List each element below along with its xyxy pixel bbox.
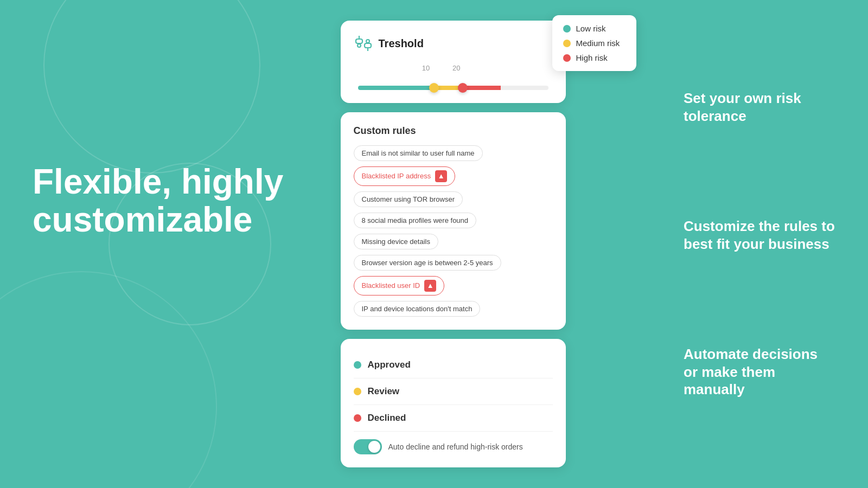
rule-tag-blacklisted-user[interactable]: Blacklisted user ID ▲ bbox=[354, 276, 445, 296]
declined-dot bbox=[354, 414, 361, 422]
high-risk-label: High risk bbox=[576, 53, 608, 62]
auto-decline-toggle[interactable] bbox=[354, 439, 382, 454]
decision-review: Review bbox=[354, 378, 553, 405]
high-risk-dot bbox=[563, 54, 571, 62]
desc-decisions: Automate decisions or make them manually bbox=[684, 345, 835, 399]
warn-icon-blacklisted-ip: ▲ bbox=[435, 170, 447, 182]
custom-rules-title: Custom rules bbox=[354, 125, 553, 137]
rule-tag-missing-device[interactable]: Missing device details bbox=[354, 234, 438, 249]
cards-container: Treshold 10 20 Low risk Medium risk High bbox=[336, 0, 570, 488]
slider-label-10: 10 bbox=[422, 64, 430, 72]
threshold-icon bbox=[354, 34, 373, 53]
right-descriptions: Set your own risk tolerance Customize th… bbox=[684, 0, 835, 488]
decision-approved: Approved bbox=[354, 352, 553, 378]
slider-thumb-low-medium[interactable] bbox=[429, 83, 439, 93]
toggle-row: Auto decline and refund high-risk orders bbox=[354, 432, 553, 454]
desc-rules: Customize the rules to best fit your bus… bbox=[684, 217, 835, 253]
rule-tag-ip-device-location[interactable]: IP and device locations don't match bbox=[354, 301, 481, 317]
toggle-label: Auto decline and refund high-risk orders bbox=[388, 442, 523, 451]
declined-label: Declined bbox=[368, 413, 406, 423]
risk-legend-high: High risk bbox=[563, 53, 626, 62]
low-risk-dot bbox=[563, 25, 571, 33]
svg-point-2 bbox=[358, 44, 361, 47]
rules-row-2: Customer using TOR browser 8 social medi… bbox=[354, 191, 553, 228]
decision-declined: Declined bbox=[354, 405, 553, 432]
slider-thumb-medium-high[interactable] bbox=[458, 83, 468, 93]
review-dot bbox=[354, 388, 361, 395]
main-headline: Flexible, highly customizable bbox=[33, 163, 315, 239]
risk-legend-popup: Low risk Medium risk High risk bbox=[552, 15, 636, 71]
review-label: Review bbox=[368, 386, 400, 397]
left-section: Flexible, highly customizable bbox=[33, 163, 315, 239]
rule-tag-email[interactable]: Email is not similar to user full name bbox=[354, 145, 483, 161]
custom-rules-card: Custom rules Email is not similar to use… bbox=[341, 112, 566, 330]
rules-row-3: Missing device details Browser version a… bbox=[354, 234, 553, 271]
desc-threshold: Set your own risk tolerance bbox=[684, 89, 835, 125]
bg-decoration-circle-3 bbox=[0, 271, 217, 488]
rules-row-4: Blacklisted user ID ▲ IP and device loca… bbox=[354, 276, 553, 317]
toggle-knob bbox=[368, 441, 380, 453]
threshold-header: Treshold bbox=[354, 34, 553, 53]
slider-track[interactable] bbox=[358, 86, 548, 90]
risk-legend-low: Low risk bbox=[563, 24, 626, 33]
rule-tag-browser-version[interactable]: Browser version age is between 2-5 years bbox=[354, 255, 501, 271]
threshold-card: Treshold 10 20 Low risk Medium risk High bbox=[341, 21, 566, 103]
approved-label: Approved bbox=[368, 359, 411, 370]
svg-rect-1 bbox=[365, 43, 371, 48]
decisions-card: Approved Review Declined Auto decline an… bbox=[341, 339, 566, 467]
risk-legend-medium: Medium risk bbox=[563, 38, 626, 48]
svg-rect-0 bbox=[356, 39, 362, 43]
rules-grid: Email is not similar to user full name B… bbox=[354, 145, 553, 317]
rule-tag-social-media[interactable]: 8 social media profiles were found bbox=[354, 213, 477, 228]
rules-row-1: Email is not similar to user full name B… bbox=[354, 145, 553, 186]
svg-point-3 bbox=[366, 40, 369, 43]
approved-dot bbox=[354, 361, 361, 369]
slider-label-20: 20 bbox=[452, 64, 460, 72]
low-risk-label: Low risk bbox=[576, 24, 606, 33]
medium-risk-dot bbox=[563, 40, 571, 47]
medium-risk-label: Medium risk bbox=[576, 38, 620, 48]
bg-decoration-circle-1 bbox=[43, 0, 260, 174]
warn-icon-blacklisted-user: ▲ bbox=[424, 280, 436, 292]
rule-tag-blacklisted-ip[interactable]: Blacklisted IP address ▲ bbox=[354, 166, 456, 186]
slider-labels-wrap: 10 20 bbox=[358, 64, 548, 75]
threshold-title: Treshold bbox=[379, 37, 424, 50]
rule-tag-tor[interactable]: Customer using TOR browser bbox=[354, 191, 463, 207]
